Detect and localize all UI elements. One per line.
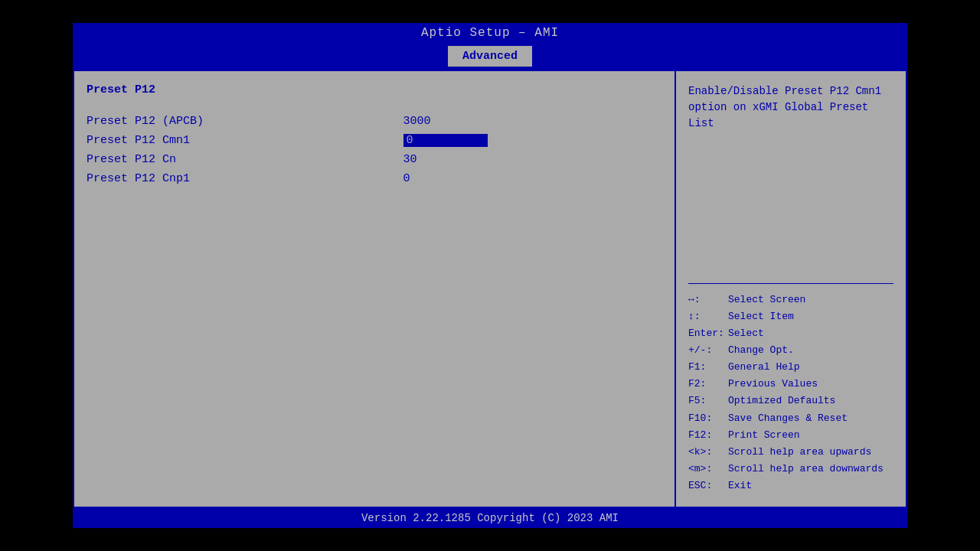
setting-label: Preset P12 Cn: [87, 150, 403, 169]
setting-value[interactable]: 0: [403, 169, 662, 188]
key-action: Change Opt.: [728, 342, 794, 359]
divider: [688, 283, 893, 284]
key-label: F12:: [688, 427, 725, 444]
key-label: F1:: [688, 359, 725, 376]
key-action: Exit: [728, 478, 752, 494]
key-label: ESC:: [688, 478, 725, 494]
key-help-item: ↕:Select Item: [688, 308, 893, 325]
key-help-item: Enter:Select: [688, 325, 893, 342]
key-label: Enter:: [688, 325, 725, 342]
setting-label: Preset P12 Cmn1: [87, 131, 403, 150]
key-action: Optimized Defaults: [728, 393, 835, 409]
tab-advanced[interactable]: Advanced: [448, 46, 532, 67]
key-label: F10:: [688, 410, 725, 427]
key-help-item: +/-:Change Opt.: [688, 342, 893, 359]
setting-label: Preset P12 (APCB): [87, 112, 403, 131]
key-action: Select Screen: [728, 292, 805, 308]
setting-value[interactable]: 3000: [403, 112, 662, 131]
tab-bar: Advanced: [73, 43, 907, 70]
key-label: <k>:: [688, 444, 725, 461]
help-text: Enable/Disable Preset P12 Cmn1 option on…: [688, 83, 893, 276]
setting-value[interactable]: 0: [403, 131, 662, 150]
key-action: General Help: [728, 359, 800, 376]
key-help-item: <m>:Scroll help area downwards: [688, 461, 893, 478]
section-title: Preset P12: [87, 83, 662, 96]
settings-table: Preset P12 (APCB)3000Preset P12 Cmn10Pre…: [87, 112, 662, 188]
key-action: Previous Values: [728, 376, 818, 393]
settings-row[interactable]: Preset P12 Cn30: [87, 150, 662, 169]
app-title: Aptio Setup – AMI: [421, 26, 559, 40]
key-help-item: F10:Save Changes & Reset: [688, 410, 893, 427]
key-help: ↔:Select Screen↕:Select ItemEnter:Select…: [688, 292, 893, 494]
key-action: Select Item: [728, 308, 794, 325]
left-panel: Preset P12 Preset P12 (APCB)3000Preset P…: [74, 71, 676, 507]
key-label: F5:: [688, 393, 725, 409]
setting-value[interactable]: 30: [403, 150, 662, 169]
key-label: ↔:: [688, 292, 725, 308]
right-panel: Enable/Disable Preset P12 Cmn1 option on…: [676, 71, 906, 507]
title-bar: Aptio Setup – AMI: [73, 23, 907, 43]
key-label: ↕:: [688, 308, 725, 325]
key-action: Print Screen: [728, 427, 800, 444]
key-label: F2:: [688, 376, 725, 393]
key-action: Scroll help area downwards: [728, 461, 884, 478]
key-help-item: ESC:Exit: [688, 478, 893, 494]
footer: Version 2.22.1285 Copyright (C) 2023 AMI: [73, 508, 907, 528]
key-help-item: ↔:Select Screen: [688, 292, 893, 308]
key-action: Select: [728, 325, 764, 342]
key-action: Save Changes & Reset: [728, 410, 848, 427]
main-area: Preset P12 Preset P12 (APCB)3000Preset P…: [73, 70, 907, 508]
footer-text: Version 2.22.1285 Copyright (C) 2023 AMI: [361, 512, 619, 524]
key-help-item: <k>:Scroll help area upwards: [688, 444, 893, 461]
key-help-item: F2:Previous Values: [688, 376, 893, 393]
key-label: <m>:: [688, 461, 725, 478]
key-help-item: F1:General Help: [688, 359, 893, 376]
key-label: +/-:: [688, 342, 725, 359]
settings-row[interactable]: Preset P12 Cnp10: [87, 169, 662, 188]
settings-row[interactable]: Preset P12 Cmn10: [87, 131, 662, 150]
key-action: Scroll help area upwards: [728, 444, 871, 461]
settings-row[interactable]: Preset P12 (APCB)3000: [87, 112, 662, 131]
key-help-item: F5:Optimized Defaults: [688, 393, 893, 409]
setting-label: Preset P12 Cnp1: [87, 169, 403, 188]
key-help-item: F12:Print Screen: [688, 427, 893, 444]
